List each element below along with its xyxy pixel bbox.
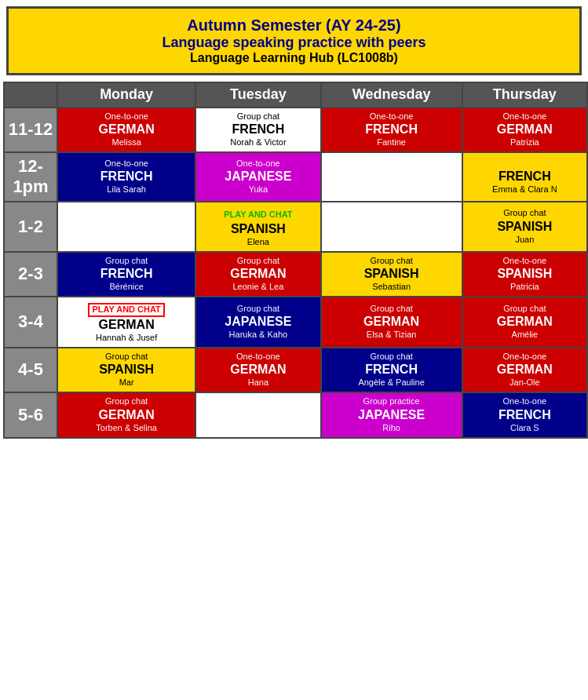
cell-label: Group chat [465, 304, 585, 315]
schedule-cell [321, 202, 462, 252]
cell-name: Sebastian [323, 282, 460, 293]
cell-lang: GERMAN [60, 317, 193, 333]
cell-label: One-to-one [60, 111, 193, 122]
cell-lang: GERMAN [198, 266, 318, 282]
cell-label: One-to-one [60, 159, 193, 170]
cell-name: Amélie [465, 330, 585, 341]
table-row: 2-3Group chatFRENCHBéréniceGroup chatGER… [4, 252, 587, 297]
schedule-cell: One-to-oneFRENCHFantine [321, 108, 462, 153]
cell-name: Elena [198, 237, 318, 248]
table-row: 3-4PLAY AND CHATGERMANHannah & JusefGrou… [4, 297, 587, 348]
schedule-cell: PLAY AND CHATGERMANHannah & Jusef [57, 297, 195, 348]
cell-name: Bérénice [60, 282, 193, 293]
cell-label: One-to-one [465, 396, 585, 407]
cell-label: Group chat [323, 304, 460, 315]
time-cell: 11-12 [4, 108, 57, 153]
cell-label: One-to-one [465, 111, 585, 122]
cell-lang: JAPANESE [198, 169, 318, 184]
cell-label: One-to-one [465, 352, 585, 363]
cell-lang: FRENCH [465, 169, 585, 184]
schedule-cell: PLAY AND CHATSPANISHElena [195, 202, 320, 252]
cell-name: Fantine [323, 137, 460, 148]
cell-lang: SPANISH [465, 219, 585, 235]
header-title2: Language speaking practice with peers [16, 35, 572, 51]
cell-name: Mar [60, 377, 193, 388]
col-header-wednesday: Wednesday [321, 82, 462, 108]
cell-name: Lila Sarah [60, 184, 193, 195]
cell-name: Leonie & Lea [198, 282, 318, 293]
cell-name: Elsa & Tizian [323, 330, 460, 341]
table-row: 1-2 PLAY AND CHATSPANISHElena Group chat… [4, 202, 587, 252]
cell-lang: SPANISH [60, 362, 193, 377]
cell-lang: FRENCH [323, 362, 460, 377]
schedule-cell [57, 202, 195, 252]
cell-lang: GERMAN [465, 362, 585, 377]
table-row: 11-12One-to-oneGERMANMelissaGroup chatFR… [4, 108, 587, 153]
schedule-cell: Group chatFRENCHNorah & Victor [195, 108, 320, 153]
header: Autumn Semester (AY 24-25) Language spea… [6, 6, 582, 75]
cell-label: Group chat [60, 396, 193, 407]
time-cell: 12-1pm [4, 152, 57, 202]
time-cell: 3-4 [4, 297, 57, 348]
schedule-cell: Group chatGERMANAmélie [462, 297, 587, 348]
cell-lang: GERMAN [465, 314, 585, 330]
play-and-chat-label: PLAY AND CHAT [88, 303, 164, 317]
header-title3: Language Learning Hub (LC1008b) [16, 51, 572, 65]
schedule-cell: Group practiceJAPANESERiho [321, 392, 462, 438]
schedule-cell: Group chatJAPANESEHaruka & Kaho [195, 297, 320, 348]
cell-lang: GERMAN [60, 122, 193, 137]
schedule-cell: One-to-oneFRENCHClara S [462, 392, 587, 438]
cell-name: Patrizia [465, 137, 585, 148]
schedule-cell: One-to-oneSPANISHPatricia [462, 252, 587, 297]
cell-name: Haruka & Kaho [198, 330, 318, 341]
cell-label: Group chat [60, 352, 193, 363]
schedule-cell: Group chatGERMANElsa & Tizian [321, 297, 462, 348]
schedule-cell: One-to-oneGERMANJan-Ole [462, 348, 587, 393]
cell-label: Group chat [198, 111, 318, 122]
cell-lang: GERMAN [60, 407, 193, 423]
cell-name: Juan [465, 235, 585, 246]
schedule-cell: Group chatFRENCHAngèle & Pauline [321, 348, 462, 393]
schedule-cell: One-to-oneFRENCHLila Sarah [57, 152, 195, 202]
schedule-cell: Group chatFRENCHBérénice [57, 252, 195, 297]
play-and-chat-label: PLAY AND CHAT [465, 159, 585, 170]
cell-name: Torben & Selina [60, 423, 193, 434]
table-row: 12-1pmOne-to-oneFRENCHLila SarahOne-to-o… [4, 152, 587, 202]
time-cell: 1-2 [4, 202, 57, 252]
cell-name: Hannah & Jusef [60, 333, 193, 344]
cell-name: Jan-Ole [465, 377, 585, 388]
time-cell: 2-3 [4, 252, 57, 297]
cell-label: One-to-one [465, 256, 585, 267]
schedule-cell: Group chatGERMANTorben & Selina [57, 392, 195, 438]
cell-lang: SPANISH [198, 221, 318, 237]
schedule-cell: One-to-oneGERMANPatrizia [462, 108, 587, 153]
table-row: 4-5Group chatSPANISHMarOne-to-oneGERMANH… [4, 348, 587, 393]
cell-lang: SPANISH [465, 266, 585, 282]
col-header-thursday: Thursday [462, 82, 587, 108]
schedule-cell: One-to-oneJAPANESEYuka [195, 152, 320, 202]
cell-lang: GERMAN [198, 362, 318, 377]
time-cell: 5-6 [4, 392, 57, 438]
cell-name: Emma & Clara N [465, 184, 585, 195]
cell-name: Hana [198, 377, 318, 388]
cell-lang: FRENCH [198, 122, 318, 137]
cell-label: Group chat [198, 304, 318, 315]
schedule-cell: Group chatGERMANLeonie & Lea [195, 252, 320, 297]
cell-lang: SPANISH [323, 266, 460, 282]
time-cell: 4-5 [4, 348, 57, 393]
header-row: Monday Tuesday Wednesday Thursday [4, 82, 587, 108]
cell-label: Group chat [323, 256, 460, 267]
cell-lang: JAPANESE [198, 314, 318, 330]
schedule-table: Monday Tuesday Wednesday Thursday 11-12O… [3, 82, 588, 439]
cell-label: Group chat [60, 256, 193, 267]
col-header-monday: Monday [57, 82, 195, 108]
cell-name: Melissa [60, 137, 193, 148]
cell-label: One-to-one [198, 352, 318, 363]
schedule-cell [321, 152, 462, 202]
schedule-cell: One-to-oneGERMANMelissa [57, 108, 195, 153]
schedule-cell: PLAY AND CHATFRENCHEmma & Clara N [462, 152, 587, 202]
cell-label: Group chat [323, 352, 460, 363]
schedule-cell [195, 392, 320, 438]
table-body: 11-12One-to-oneGERMANMelissaGroup chatFR… [4, 108, 587, 438]
cell-lang: FRENCH [465, 407, 585, 423]
